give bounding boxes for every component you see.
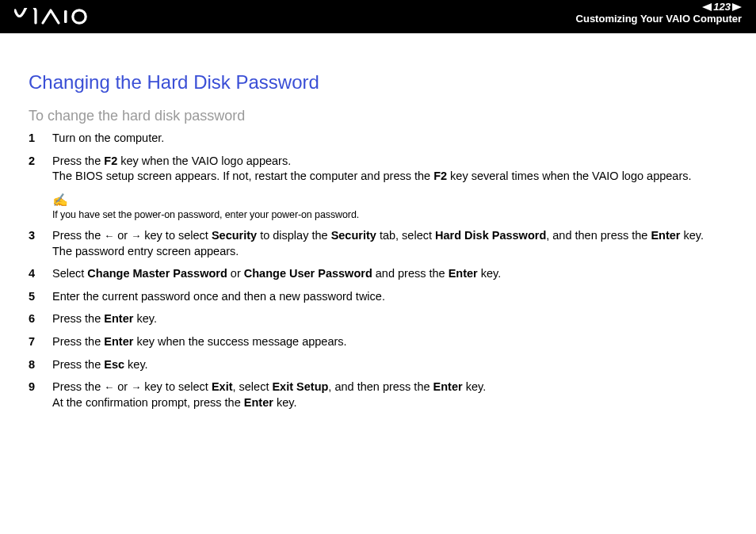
step-number: 2 (29, 154, 52, 170)
step-7: 7 Press the Enter key when the success m… (29, 334, 727, 350)
note-pencil-icon: ✍ (52, 192, 727, 209)
step-number: 3 (29, 228, 52, 244)
step-text: Press the ← or → key to select Exit, sel… (52, 380, 727, 410)
page-number: 123 (713, 2, 731, 13)
step-9: 9 Press the ← or → key to select Exit, s… (29, 380, 727, 410)
step-number: 4 (29, 266, 52, 282)
step-text: Press the ← or → key to select Security … (52, 228, 727, 259)
svg-point-1 (73, 10, 86, 23)
svg-rect-0 (64, 10, 67, 23)
page-subtitle: To change the hard disk password (29, 108, 727, 124)
step-text: Press the Esc key. (52, 357, 727, 373)
page-nav: 123 Customizing Your VAIO Computer (576, 2, 742, 25)
step-text: Press the F2 key when the VAIO logo appe… (52, 154, 727, 185)
page-title: Changing the Hard Disk Password (29, 71, 727, 93)
step-text: Press the Enter key. (52, 311, 727, 327)
step-2: 2 Press the F2 key when the VAIO logo ap… (29, 154, 727, 185)
step-number: 5 (29, 289, 52, 305)
step-text: Select Change Master Password or Change … (52, 266, 727, 282)
step-text: Turn on the computer. (52, 131, 727, 147)
svg-marker-2 (702, 3, 712, 11)
left-arrow-icon: ← (104, 381, 114, 393)
prev-page-arrow-icon[interactable] (702, 3, 712, 11)
step-8: 8 Press the Esc key. (29, 357, 727, 373)
step-number: 6 (29, 311, 52, 327)
vaio-logo-svg (14, 8, 101, 25)
content-area: Changing the Hard Disk Password To chang… (0, 33, 756, 410)
next-page-arrow-icon[interactable] (732, 3, 742, 11)
left-arrow-icon: ← (104, 230, 114, 242)
step-number: 1 (29, 131, 52, 147)
step-text: Enter the current password once and then… (52, 289, 727, 305)
step-1: 1 Turn on the computer. (29, 131, 727, 147)
step-list: 1 Turn on the computer. 2 Press the F2 k… (29, 131, 727, 410)
vaio-logo (14, 8, 101, 25)
right-arrow-icon: → (131, 230, 141, 242)
step-6: 6 Press the Enter key. (29, 311, 727, 327)
step-5: 5 Enter the current password once and th… (29, 289, 727, 305)
step-number: 9 (29, 380, 52, 395)
header-bar: 123 Customizing Your VAIO Computer (0, 0, 756, 33)
step-number: 7 (29, 334, 52, 350)
step-number: 8 (29, 357, 52, 373)
right-arrow-icon: → (131, 381, 141, 393)
svg-marker-3 (732, 3, 742, 11)
note-block: ✍ If you have set the power-on password,… (52, 192, 727, 222)
note-text: If you have set the power-on password, e… (52, 208, 727, 222)
step-4: 4 Select Change Master Password or Chang… (29, 266, 727, 282)
section-label: Customizing Your VAIO Computer (576, 13, 742, 25)
step-text: Press the Enter key when the success mes… (52, 334, 727, 350)
step-3: 3 Press the ← or → key to select Securit… (29, 228, 727, 259)
